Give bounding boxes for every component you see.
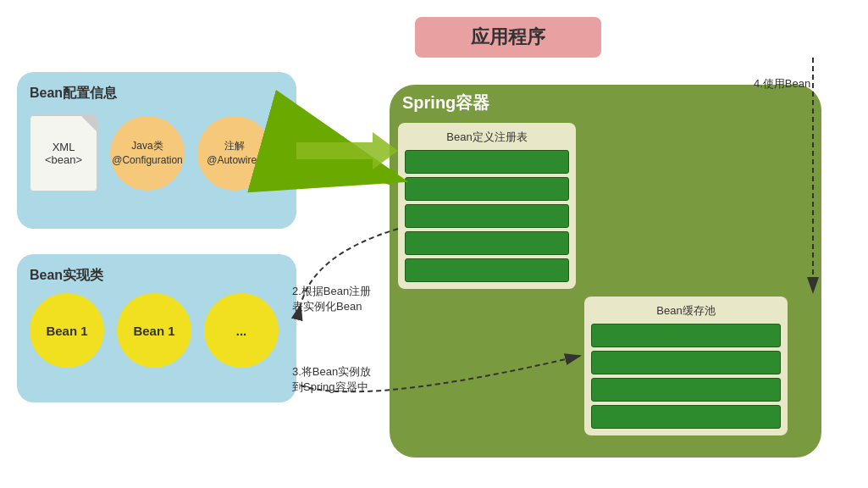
registry-row [405, 258, 569, 282]
registry-row [405, 150, 569, 174]
config-items: XML <bean> Java类 @Configuration 注解 @Auto… [30, 115, 284, 191]
xml-line1: XML [53, 141, 75, 153]
annotation-circle: 注解 @Autowired [197, 116, 272, 191]
registry-title: Bean定义注册表 [405, 130, 569, 145]
bean-circle-2: Bean 1 [117, 293, 191, 368]
registry-row [405, 231, 569, 255]
registry-row [405, 204, 569, 228]
cache-row [591, 351, 781, 374]
bean-label-1: Bean 1 [46, 324, 87, 338]
bean-circle-1: Bean 1 [30, 293, 104, 368]
registry-box: Bean定义注册表 [398, 123, 576, 289]
bean-circle-3: ... [204, 293, 279, 368]
cache-row [591, 378, 781, 402]
cache-row [591, 324, 781, 347]
java-line1: Java类 [131, 139, 163, 153]
impl-items: Bean 1 Bean 1 ... [30, 293, 284, 368]
step1-label: 1.读取Bean 配置信息 [288, 131, 381, 162]
config-title: Bean配置信息 [30, 85, 284, 103]
annotation-line1: 注解 [224, 139, 245, 153]
xml-line2: <bean> [45, 153, 82, 166]
step4-label: 4.使用Bean [754, 76, 810, 92]
app-title: 应用程序 [471, 25, 545, 50]
bean-label-3: ... [236, 324, 247, 338]
registry-row [405, 177, 569, 201]
java-circle: Java类 @Configuration [110, 116, 185, 191]
impl-box: Bean实现类 Bean 1 Bean 1 ... [17, 254, 296, 402]
registry-rows [405, 150, 569, 282]
bean-label-2: Bean 1 [133, 324, 174, 338]
annotation-line2: @Autowired [207, 153, 263, 168]
app-box: 应用程序 [415, 17, 601, 58]
step3-label: 3.将Bean实例放 到Spring容器中 [292, 364, 402, 395]
cache-row [591, 405, 781, 429]
diagram-container: 应用程序 Spring容器 Bean定义注册表 Bean缓存池 Bean配置信息 [0, 0, 868, 488]
config-box: Bean配置信息 XML <bean> Java类 @Configuration… [17, 72, 296, 229]
spring-title: Spring容器 [402, 92, 489, 114]
cache-title: Bean缓存池 [591, 303, 781, 319]
cache-box: Bean缓存池 [584, 297, 788, 435]
cache-rows [591, 324, 781, 429]
xml-box: XML <bean> [30, 115, 97, 191]
impl-title: Bean实现类 [30, 267, 284, 285]
java-line2: @Configuration [112, 153, 183, 168]
step2-label: 2.根据Bean注册 表实例化Bean [292, 284, 402, 314]
